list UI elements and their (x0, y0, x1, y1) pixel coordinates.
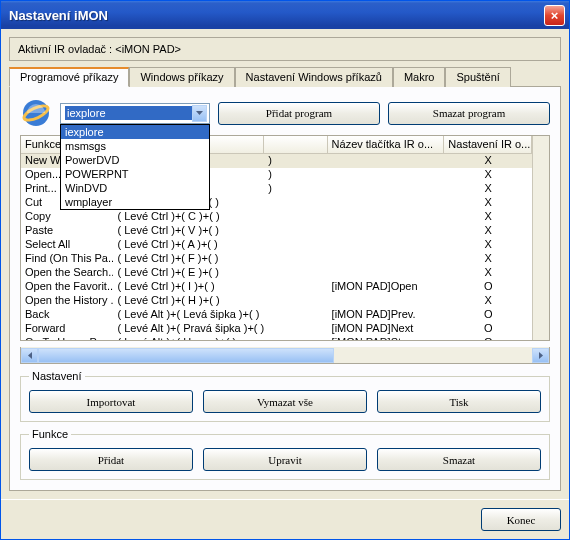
cell: X (444, 196, 532, 210)
cell (264, 294, 327, 308)
cell: ( Levé Ctrl )+( F )+( ) (113, 252, 264, 266)
program-dropdown[interactable]: iexploremsmsgsPowerDVDPOWERPNTWinDVDwmpl… (60, 124, 210, 210)
cell: X (444, 168, 532, 182)
delete-program-button[interactable]: Smazat program (388, 102, 550, 125)
settings-fieldset: Nastavení Importovat Vymazat vše Tisk (20, 370, 550, 422)
cell (264, 196, 327, 210)
tab-0[interactable]: Programové příkazy (9, 67, 129, 87)
tab-1[interactable]: Windows příkazy (129, 67, 234, 87)
functions-fieldset: Funkce Přidat Upravit Smazat (20, 428, 550, 480)
table-row[interactable]: Find (On This Pa...( Levé Ctrl )+( F )+(… (21, 252, 532, 266)
cell: [iMON PAD]Open (328, 280, 445, 294)
cell (328, 154, 445, 168)
content: Aktivní IR ovladač : <iMON PAD> Programo… (1, 29, 569, 499)
table-row[interactable]: Go To Homa Page( Levé Alt )+( Home )+( )… (21, 336, 532, 340)
cell: O (444, 308, 532, 322)
cell (328, 238, 445, 252)
table-row[interactable]: Copy( Levé Ctrl )+( C )+( )X (21, 210, 532, 224)
dropdown-item[interactable]: POWERPNT (61, 167, 209, 181)
tabs: Programové příkazyWindows příkazyNastave… (9, 67, 561, 87)
cell (328, 294, 445, 308)
scroll-left-icon[interactable] (21, 348, 38, 363)
cell (328, 196, 445, 210)
table-row[interactable]: Paste( Levé Ctrl )+( V )+( )X (21, 224, 532, 238)
cell: Copy (21, 210, 113, 224)
cell: ) (264, 154, 327, 168)
table-row[interactable]: Open the Search...( Levé Ctrl )+( E )+( … (21, 266, 532, 280)
program-row: iexplore iexploremsmsgsPowerDVDPOWERPNTW… (20, 97, 550, 129)
cell: Paste (21, 224, 113, 238)
scroll-right-icon[interactable] (532, 348, 549, 363)
cell: Forward (21, 322, 113, 336)
column-header[interactable]: Nastavení IR o... (444, 136, 532, 153)
tab-panel: iexplore iexploremsmsgsPowerDVDPOWERPNTW… (9, 87, 561, 491)
table-row[interactable]: Open the History ...( Levé Ctrl )+( H )+… (21, 294, 532, 308)
cell: X (444, 224, 532, 238)
window: Nastavení iMON × Aktivní IR ovladač : <i… (0, 0, 570, 540)
cell (328, 210, 445, 224)
import-button[interactable]: Importovat (29, 390, 193, 413)
scroll-track[interactable] (38, 348, 532, 363)
dropdown-item[interactable]: PowerDVD (61, 153, 209, 167)
cell (264, 322, 327, 336)
table-row[interactable]: Forward( Levé Alt )+( Pravá šipka )+( )[… (21, 322, 532, 336)
tab-group: Programové příkazyWindows příkazyNastave… (9, 67, 561, 491)
cell (264, 210, 327, 224)
tab-4[interactable]: Spuštění (445, 67, 510, 87)
vertical-scrollbar[interactable] (532, 136, 549, 340)
cell: O (444, 336, 532, 340)
cell: ( Levé Alt )+( Levá šipka )+( ) (113, 308, 264, 322)
clear-all-button[interactable]: Vymazat vše (203, 390, 367, 413)
cell: Open the Search... (21, 266, 113, 280)
scroll-thumb[interactable] (38, 348, 334, 363)
close-button[interactable]: Konec (481, 508, 561, 531)
cell: X (444, 294, 532, 308)
cell: X (444, 238, 532, 252)
horizontal-scrollbar[interactable] (20, 347, 550, 364)
cell: X (444, 182, 532, 196)
cell: ( Levé Ctrl )+( A )+( ) (113, 238, 264, 252)
cell: ( Levé Ctrl )+( H )+( ) (113, 294, 264, 308)
add-program-button[interactable]: Přidat program (218, 102, 380, 125)
table-row[interactable]: Select All( Levé Ctrl )+( A )+( )X (21, 238, 532, 252)
cell: Find (On This Pa... (21, 252, 113, 266)
table-row[interactable]: Open the Favorit...( Levé Ctrl )+( I )+(… (21, 280, 532, 294)
program-combo[interactable]: iexplore (60, 103, 210, 124)
cell (328, 266, 445, 280)
cell (328, 168, 445, 182)
cell (264, 252, 327, 266)
functions-legend: Funkce (29, 428, 71, 440)
cell (264, 280, 327, 294)
cell (264, 224, 327, 238)
chevron-down-icon[interactable] (192, 105, 207, 122)
dropdown-item[interactable]: iexplore (61, 125, 209, 139)
cell (264, 308, 327, 322)
cell (328, 224, 445, 238)
cell (328, 252, 445, 266)
cell: Open the History ... (21, 294, 113, 308)
program-combo-wrap: iexplore iexploremsmsgsPowerDVDPOWERPNTW… (60, 103, 210, 124)
delete-button[interactable]: Smazat (377, 448, 541, 471)
dropdown-item[interactable]: WinDVD (61, 181, 209, 195)
combo-value: iexplore (65, 106, 192, 120)
add-button[interactable]: Přidat (29, 448, 193, 471)
column-header[interactable]: Název tlačítka IR o... (328, 136, 445, 153)
dropdown-item[interactable]: wmplayer (61, 195, 209, 209)
dropdown-item[interactable]: msmsgs (61, 139, 209, 153)
tab-3[interactable]: Makro (393, 67, 446, 87)
cell: X (444, 252, 532, 266)
cell (328, 182, 445, 196)
print-button[interactable]: Tisk (377, 390, 541, 413)
close-icon[interactable]: × (544, 5, 565, 26)
cell: O (444, 280, 532, 294)
titlebar[interactable]: Nastavení iMON × (1, 1, 569, 29)
cell: Go To Homa Page (21, 336, 113, 340)
cell: [iMON PAD]Stop (328, 336, 445, 340)
column-header[interactable] (264, 136, 327, 153)
cell (264, 336, 327, 340)
table-row[interactable]: Back( Levé Alt )+( Levá šipka )+( )[iMON… (21, 308, 532, 322)
tab-2[interactable]: Nastavení Windows příkazů (235, 67, 393, 87)
edit-button[interactable]: Upravit (203, 448, 367, 471)
cell: Open the Favorit... (21, 280, 113, 294)
cell: ( Levé Alt )+( Pravá šipka )+( ) (113, 322, 264, 336)
